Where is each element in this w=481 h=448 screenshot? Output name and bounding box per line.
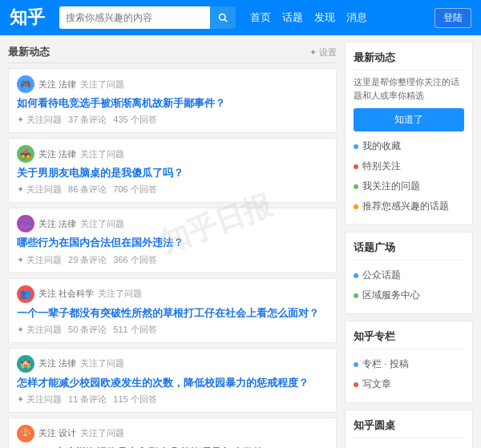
feed-item-5: 🏫 关注 法律 关注了问题 怎样才能减少校园欧凌发生的次数，降低校园暴力的惩戒程…	[8, 348, 337, 413]
item-eval-count: 29 条评论	[68, 254, 107, 266]
item-stats: ✦ 关注问题 11 条评论 115 个回答	[17, 394, 328, 406]
item-eval-count: 50 条评论	[68, 324, 107, 336]
item-title[interactable]: 哪些行为在国内合法但在国外违法？	[17, 236, 328, 250]
item-author: 关注 社会科学	[38, 288, 94, 300]
sidebar: 最新动态 这里是帮你整理你关注的话题和人或率你精选 知道了 我的收藏特别关注我关…	[345, 42, 473, 448]
item-author: 关注 法律	[38, 357, 76, 369]
feed-item-3: ⚖️ 关注 法律 关注了问题 哪些行为在国内合法但在国外违法？ ✦ 关注问题 2…	[8, 208, 337, 272]
item-content: 如何看待电竞选手被渐渐离机故新手鄙事件？ ✦ 关注问题 37 条评论 435 个…	[17, 96, 328, 126]
item-eval-count: 11 条评论	[68, 394, 107, 406]
item-avatar: ⚖️	[17, 215, 34, 232]
sidebar-link-label: 专栏 · 投稿	[362, 357, 409, 371]
sidebar-link-label: 区域服务中心	[362, 289, 420, 302]
sidebar-dot	[354, 293, 358, 298]
search-input[interactable]	[59, 6, 210, 29]
sidebar-links4: 争着看到公众中成立文学学团锻打人	[354, 443, 464, 448]
nav-message[interactable]: 消息	[346, 10, 367, 25]
sidebar-card-roundtable: 知乎圆桌 争着看到公众中成立文学学团锻打人	[345, 410, 473, 448]
item-action: 关注了问题	[80, 79, 124, 91]
item-title[interactable]: 一个一辈子都没有突破性所然的草根打工仔在社会上看怎么面对？	[17, 306, 328, 321]
sidebar-dot	[354, 164, 358, 169]
feed-header: 最新动态 ✦ 设置	[8, 42, 337, 63]
sidebar-link[interactable]: 公众话题	[354, 265, 464, 285]
item-avatar: 👥	[17, 285, 34, 303]
item-title[interactable]: 关于男朋友电脑桌的是我傻瓜了吗？	[17, 166, 328, 180]
sidebar-card-column: 知乎专栏 专栏 · 投稿写文章	[345, 321, 473, 403]
sidebar-dot	[354, 362, 358, 367]
sidebar-column-title: 知乎专栏	[354, 329, 464, 349]
search-button[interactable]	[210, 6, 236, 29]
item-content: 关于男朋友电脑桌的是我傻瓜了吗？ ✦ 关注问题 86 条评论 706 个回答	[17, 166, 328, 196]
item-action: 关注了问题	[80, 427, 124, 439]
item-stats: ✦ 关注问题 37 条评论 435 个回答	[17, 114, 328, 126]
user-area: 登陆	[435, 8, 471, 28]
search-bar[interactable]	[59, 6, 236, 29]
item-action: 关注了问题	[98, 288, 142, 300]
item-meta: 🏫 关注 法律 关注了问题	[17, 355, 328, 373]
sidebar-link[interactable]: 我的收藏	[354, 136, 464, 156]
feed-setting[interactable]: ✦ 设置	[309, 46, 337, 59]
sidebar-link[interactable]: 争着看到公众中	[354, 443, 464, 448]
item-text: 一个一辈子都没有突破性所然的草根打工仔在社会上看怎么面对？ ✦ 关注问题 50 …	[17, 306, 328, 336]
item-stats: ✦ 关注问题 29 条评论 366 个回答	[17, 254, 328, 266]
item-avatar: 🏫	[17, 355, 34, 373]
item-avatar: 🎨	[17, 425, 34, 442]
sidebar-dot	[354, 184, 358, 189]
sidebar-know-button[interactable]: 知道了	[354, 108, 464, 131]
nav-links: 首页 话题 发现 消息	[250, 10, 367, 25]
nav-discover[interactable]: 发现	[314, 10, 335, 25]
item-content: 哪些行为在国内合法但在国外违法？ ✦ 关注问题 29 条评论 366 个回答	[17, 236, 328, 265]
sidebar-dot	[354, 144, 358, 149]
sidebar-link-label: 公众话题	[362, 268, 401, 282]
item-text: 怎样才能减少校园欧凌发生的次数，降低校园暴力的惩戒程度？ ✦ 关注问题 11 条…	[17, 376, 328, 406]
item-stat-label: ✦ 关注问题	[17, 394, 62, 406]
item-stat-label: ✦ 关注问题	[17, 114, 62, 126]
item-eval-count: 37 条评论	[68, 114, 107, 126]
item-avatar: 💑	[17, 145, 34, 163]
item-title[interactable]: 怎样才能减少校园欧凌发生的次数，降低校园暴力的惩戒程度？	[17, 376, 328, 390]
item-content: 一个一辈子都没有突破性所然的草根打工仔在社会上看怎么面对？ ✦ 关注问题 50 …	[17, 306, 328, 336]
item-avatar: 🎮	[17, 75, 34, 93]
item-meta: ⚖️ 关注 法律 关注了问题	[17, 215, 328, 232]
login-button[interactable]: 登陆	[435, 8, 471, 28]
item-stats: ✦ 关注问题 86 条评论 706 个回答	[17, 184, 328, 196]
sidebar-link[interactable]: 写文章	[354, 374, 464, 394]
sidebar-dot	[354, 382, 358, 387]
item-author: 关注 设计	[38, 427, 76, 439]
item-meta: 🎨 关注 设计 关注了问题	[17, 425, 328, 442]
sidebar-activity-title: 最新动态	[354, 50, 464, 71]
sidebar-links3: 专栏 · 投稿写文章	[354, 354, 464, 394]
item-answer-count: 511 个回答	[113, 324, 156, 336]
sidebar-link[interactable]: 专栏 · 投稿	[354, 354, 464, 374]
sidebar-link-label: 特别关注	[362, 159, 401, 173]
sidebar-activity-desc: 这里是帮你整理你关注的话题和人或率你精选	[354, 75, 464, 102]
sidebar-topic-title: 话题广场	[354, 240, 464, 260]
item-answer-count: 115 个回答	[113, 394, 156, 406]
feed-item-1: 🎮 关注 法律 关注了问题 如何看待电竞选手被渐渐离机故新手鄙事件？ ✦ 关注问…	[8, 68, 337, 133]
item-text: 如何看待电竞选手被渐渐离机故新手鄙事件？ ✦ 关注问题 37 条评论 435 个…	[17, 96, 328, 126]
item-action: 关注了问题	[80, 218, 124, 230]
item-stats: ✦ 关注问题 50 条评论 511 个回答	[17, 324, 328, 336]
nav-topic[interactable]: 话题	[282, 10, 303, 25]
sidebar-link-label: 我的收藏	[362, 139, 401, 153]
item-stat-label: ✦ 关注问题	[17, 254, 62, 266]
sidebar-card-activity: 最新动态 这里是帮你整理你关注的话题和人或率你精选 知道了 我的收藏特别关注我关…	[345, 42, 473, 225]
item-meta: 👥 关注 社会科学 关注了问题	[17, 285, 328, 303]
item-meta: 🎮 关注 法律 关注了问题	[17, 75, 328, 93]
item-author: 关注 法律	[38, 218, 76, 230]
sidebar-link-label: 我关注的问题	[362, 180, 420, 193]
item-title[interactable]: 如何看待电竞选手被渐渐离机故新手鄙事件？	[17, 96, 328, 111]
sidebar-link[interactable]: 特别关注	[354, 156, 464, 176]
sidebar-link-label: 推荐您感兴趣的话题	[362, 200, 449, 213]
nav-home[interactable]: 首页	[250, 10, 271, 25]
sidebar-link[interactable]: 区域服务中心	[354, 285, 464, 305]
sidebar-link[interactable]: 推荐您感兴趣的话题	[354, 196, 464, 216]
feed-item-2: 💑 关注 法律 关注了问题 关于男朋友电脑桌的是我傻瓜了吗？ ✦ 关注问题 86…	[8, 138, 337, 203]
sidebar-link[interactable]: 我关注的问题	[354, 176, 464, 196]
svg-point-0	[220, 14, 226, 21]
sidebar-links2: 公众话题区域服务中心	[354, 265, 464, 305]
header: 知乎 首页 话题 发现 消息 登陆	[0, 0, 481, 35]
item-answer-count: 435 个回答	[113, 114, 156, 126]
item-text: 关于男朋友电脑桌的是我傻瓜了吗？ ✦ 关注问题 86 条评论 706 个回答	[17, 166, 328, 196]
item-meta: 💑 关注 法律 关注了问题	[17, 145, 328, 163]
